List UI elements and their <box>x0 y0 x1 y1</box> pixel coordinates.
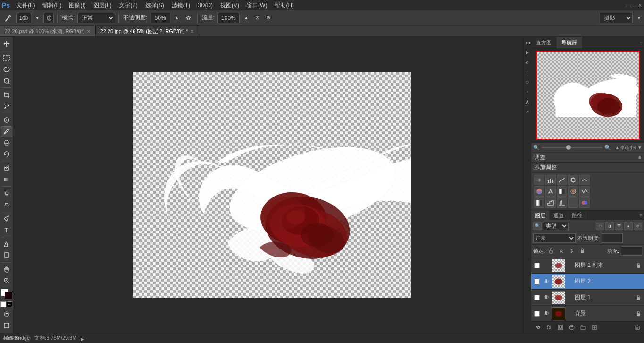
preset-select[interactable]: 摄影 <box>600 13 633 23</box>
menu-window[interactable]: 窗口(W) <box>243 0 271 10</box>
zoom-minus-icon[interactable]: 🔍 <box>533 145 540 151</box>
panel-3d-icon[interactable]: ⬡ <box>524 77 531 87</box>
tool-stamp[interactable] <box>1 137 12 148</box>
layer-new-btn[interactable] <box>590 323 599 332</box>
menu-3d[interactable]: 3D(D) <box>194 1 217 9</box>
status-arrow-btn[interactable]: ▶ <box>81 335 86 341</box>
menu-view[interactable]: 视图(V) <box>217 0 243 10</box>
menu-edit[interactable]: 编辑(E) <box>39 0 65 10</box>
layer-delete-btn[interactable] <box>633 323 642 332</box>
flow-input[interactable] <box>218 13 239 23</box>
tool-brush-indicator[interactable] <box>2 12 14 24</box>
tool-brush[interactable] <box>1 126 12 137</box>
adj-color-balance[interactable] <box>545 186 556 197</box>
zoom-thumb[interactable] <box>566 145 571 150</box>
tool-crop[interactable] <box>1 89 12 100</box>
menu-layer[interactable]: 图层(L) <box>90 0 116 10</box>
panel-info-icon[interactable]: i <box>524 68 531 77</box>
brush-settings-btn[interactable]: ▼ <box>33 13 42 23</box>
layer-mask-btn[interactable] <box>556 323 565 332</box>
tool-select-rect[interactable] <box>1 53 12 64</box>
layer1-check-input[interactable] <box>534 295 540 300</box>
layer1-checkbox[interactable] <box>533 295 541 300</box>
menu-select[interactable]: 选择(S) <box>142 0 168 10</box>
layer2-vis[interactable]: 👁 <box>542 278 551 285</box>
kind-text[interactable]: T <box>615 222 623 230</box>
layer-item-copy[interactable]: 👁 图层 1 副本 <box>531 257 644 274</box>
adj-menu[interactable]: ≡ <box>638 155 641 160</box>
layer2-checkbox[interactable] <box>533 279 541 284</box>
panel-cursor-icon[interactable]: ↗ <box>524 107 531 117</box>
adj-exposure[interactable] <box>568 175 578 185</box>
flow-toggle[interactable]: ▲ <box>242 14 251 22</box>
layer-item-background[interactable]: 👁 背景 <box>531 306 644 321</box>
default-colors[interactable] <box>0 301 6 307</box>
tab-psd-close[interactable]: ✕ <box>87 29 91 34</box>
layers-panel-menu[interactable]: ≡ <box>640 213 642 218</box>
panel-text-icon[interactable]: A <box>524 97 531 107</box>
fill-input[interactable]: 100% <box>621 246 642 256</box>
adj-selective-color[interactable] <box>579 197 590 208</box>
menu-file[interactable]: 文件(F) <box>13 0 39 10</box>
layer-group-btn[interactable] <box>578 323 588 332</box>
zoom-plus-icon[interactable]: 🔍 <box>604 145 611 151</box>
layer-item-1[interactable]: 👁 图层 1 <box>531 290 644 306</box>
layer-copy-checkbox[interactable] <box>533 263 541 268</box>
tab-layers[interactable]: 图层 <box>531 210 550 221</box>
panel-more-icon[interactable]: ⋮ <box>524 87 531 97</box>
tool-eraser[interactable] <box>1 163 12 173</box>
layer-item-2[interactable]: 👁 图层 2 <box>531 274 644 290</box>
menu-text[interactable]: 文字(Z) <box>115 0 141 10</box>
background-checkbox[interactable] <box>533 311 541 317</box>
lock-all-btn[interactable] <box>578 247 586 255</box>
layer-copy-vis[interactable]: 👁 <box>542 262 551 269</box>
change-screen-mode[interactable] <box>1 320 12 331</box>
adj-gradient-map[interactable] <box>568 197 578 208</box>
lock-position-btn[interactable] <box>568 247 576 255</box>
opacity-row-input[interactable]: 100% <box>602 233 623 243</box>
panel-play-icon[interactable]: ▶ <box>524 48 531 57</box>
panel-settings-icon[interactable]: ⚙ <box>524 58 531 67</box>
menu-filter[interactable]: 滤镜(T) <box>168 0 194 10</box>
adj-posterize[interactable] <box>545 197 556 208</box>
tool-heal[interactable] <box>1 115 12 126</box>
nav-down-arrow[interactable]: ▼ <box>637 145 642 150</box>
brush-type-btn[interactable] <box>43 13 54 23</box>
kind-adjust[interactable]: ◑ <box>605 222 614 230</box>
adj-vibrance[interactable] <box>579 175 590 185</box>
background-check-input[interactable] <box>534 311 540 317</box>
tab-paths[interactable]: 路径 <box>568 210 586 221</box>
tool-quick-select[interactable] <box>1 75 12 86</box>
swap-colors[interactable]: ↔ <box>7 301 12 307</box>
blend-mode-select[interactable]: 正常 <box>533 233 576 243</box>
layer-type-select[interactable]: 类型 <box>543 222 569 230</box>
adj-photo-filter[interactable] <box>568 186 578 197</box>
tab-jpg-close[interactable]: ✕ <box>190 29 194 34</box>
adj-hue-sat[interactable] <box>534 186 544 197</box>
tool-path-select[interactable] <box>1 239 12 249</box>
lock-paint-btn[interactable] <box>557 247 566 255</box>
preset-dropdown[interactable]: ▼ <box>635 14 642 22</box>
tool-history-brush[interactable] <box>1 148 12 159</box>
tool-gradient[interactable] <box>1 174 12 185</box>
nav-up-arrow[interactable]: ▲ <box>615 145 619 150</box>
layer1-vis[interactable]: 👁 <box>542 294 551 301</box>
nav-panel-menu[interactable]: ≡ <box>640 40 642 45</box>
background-vis[interactable]: 👁 <box>542 310 551 317</box>
layer-copy-check-input[interactable] <box>534 263 540 268</box>
layer-style-btn[interactable]: fx <box>544 323 554 332</box>
tool-eyedropper[interactable] <box>1 101 12 111</box>
mini-bridge-bar[interactable]: Mini Bridge <box>0 333 33 343</box>
canvas[interactable] <box>133 72 411 298</box>
quick-mask[interactable] <box>1 309 12 319</box>
tool-dodge[interactable] <box>1 199 12 210</box>
tool-blur[interactable] <box>1 188 12 199</box>
tablet-btn[interactable]: ⊙ <box>253 13 262 22</box>
tool-move[interactable] <box>1 39 12 50</box>
kind-shape[interactable]: ▲ <box>624 222 633 230</box>
layer-filter-toggle[interactable]: 🔍 <box>533 222 542 230</box>
tab-psd[interactable]: 22.20.psd @ 100% (水滴, RGB/8*) ✕ <box>0 26 96 36</box>
airbrush-btn[interactable]: ✿ <box>184 13 194 23</box>
panel-collapse-icon[interactable]: ◀◀ <box>524 38 531 47</box>
lock-transparent-btn[interactable] <box>547 247 555 255</box>
